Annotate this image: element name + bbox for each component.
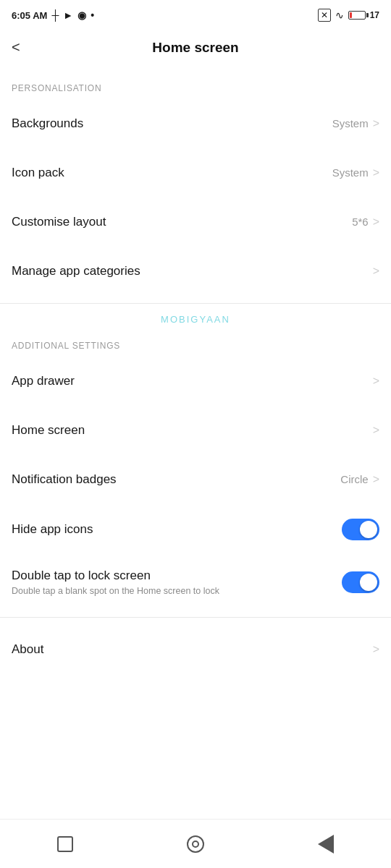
screen-icon: ✕: [318, 9, 331, 22]
watermark: MOBIGYAAN: [0, 311, 391, 328]
row-left-home-screen: Home screen: [12, 423, 85, 438]
wifi-icon: ∿: [335, 9, 344, 21]
row-title-manage-app-categories: Manage app categories: [12, 264, 140, 278]
row-title-customise-layout: Customise layout: [12, 215, 106, 229]
row-right-double-tap-lock: [342, 571, 379, 593]
shield-icon: ◉: [77, 9, 86, 21]
row-title-backgrounds: Backgrounds: [12, 116, 83, 131]
location-icon: ►: [63, 9, 73, 21]
chevron-icon-notification-badges: >: [373, 473, 379, 486]
chevron-icon-home-screen: >: [373, 424, 379, 437]
row-title-app-drawer: App drawer: [12, 374, 75, 388]
content-area: PERSONALISATION Backgrounds System > Ico…: [0, 70, 391, 732]
settings-row-hide-app-icons[interactable]: Hide app icons: [0, 504, 391, 556]
page-title: Home screen: [152, 40, 238, 56]
battery-level: 17: [370, 10, 379, 20]
hide-app-icons-toggle[interactable]: [342, 519, 379, 540]
chevron-icon-app-drawer: >: [373, 375, 379, 388]
row-title-home-screen: Home screen: [12, 423, 85, 438]
chevron-icon-manage-app-categories: >: [373, 265, 379, 278]
row-left-backgrounds: Backgrounds: [12, 116, 83, 131]
divider-2: [0, 617, 391, 618]
settings-row-home-screen[interactable]: Home screen >: [0, 406, 391, 455]
top-nav: < Home screen: [0, 29, 391, 66]
status-bar: 6:05 AM ┼ ► ◉ • ✕ ∿ 17: [0, 0, 391, 29]
row-right-manage-app-categories: >: [373, 265, 379, 278]
row-title-notification-badges: Notification badges: [12, 472, 117, 487]
backgrounds-value: System: [332, 117, 369, 129]
row-title-icon-pack: Icon pack: [12, 166, 64, 180]
circle-home-icon: [187, 835, 204, 853]
nav-back-button[interactable]: [43, 830, 87, 859]
row-right-app-drawer: >: [373, 375, 379, 388]
row-right-hide-app-icons: [342, 519, 379, 540]
row-left-about: About: [12, 642, 43, 657]
row-left-double-tap-lock: Double tap to lock screen Double tap a b…: [12, 569, 342, 596]
battery-icon: [348, 11, 366, 20]
row-title-about: About: [12, 642, 43, 657]
row-left-hide-app-icons: Hide app icons: [12, 522, 93, 537]
row-left-manage-app-categories: Manage app categories: [12, 264, 140, 278]
settings-row-icon-pack[interactable]: Icon pack System >: [0, 148, 391, 197]
bottom-nav: [0, 819, 391, 868]
nav-recents-button[interactable]: [304, 830, 348, 859]
row-right-about: >: [373, 643, 379, 656]
settings-row-double-tap-lock[interactable]: Double tap to lock screen Double tap a b…: [0, 556, 391, 610]
settings-row-backgrounds[interactable]: Backgrounds System >: [0, 99, 391, 148]
settings-row-manage-app-categories[interactable]: Manage app categories >: [0, 247, 391, 296]
time-display: 6:05 AM: [12, 10, 47, 21]
row-left-notification-badges: Notification badges: [12, 472, 117, 487]
row-right-home-screen: >: [373, 424, 379, 437]
chevron-icon-about: >: [373, 643, 379, 656]
row-right-icon-pack: System >: [332, 166, 379, 179]
icon-pack-value: System: [332, 166, 369, 179]
section-label-additional: ADDITIONAL SETTINGS: [0, 328, 391, 357]
notification-badges-value: Circle: [340, 473, 368, 485]
customise-layout-value: 5*6: [352, 216, 369, 228]
double-tap-lock-toggle[interactable]: [342, 571, 379, 593]
back-button[interactable]: <: [12, 36, 26, 59]
chevron-icon-backgrounds: >: [373, 117, 379, 130]
mail-icon: ┼: [51, 9, 59, 21]
settings-row-notification-badges[interactable]: Notification badges Circle >: [0, 455, 391, 504]
section-label-personalisation: PERSONALISATION: [0, 70, 391, 99]
triangle-icon: [318, 835, 334, 854]
settings-row-about[interactable]: About >: [0, 625, 391, 674]
row-left-customise-layout: Customise layout: [12, 215, 106, 229]
row-right-backgrounds: System >: [332, 117, 379, 130]
dot-icon: •: [91, 9, 94, 21]
chevron-icon-icon-pack: >: [373, 166, 379, 179]
row-right-customise-layout: 5*6 >: [352, 216, 379, 229]
divider-1: [0, 303, 391, 304]
square-icon: [57, 836, 73, 852]
chevron-icon-customise-layout: >: [373, 216, 379, 229]
row-title-hide-app-icons: Hide app icons: [12, 522, 93, 537]
settings-row-app-drawer[interactable]: App drawer >: [0, 357, 391, 406]
row-title-double-tap-lock: Double tap to lock screen: [12, 569, 330, 583]
row-left-icon-pack: Icon pack: [12, 166, 64, 180]
status-left: 6:05 AM ┼ ► ◉ •: [12, 9, 94, 21]
settings-row-customise-layout[interactable]: Customise layout 5*6 >: [0, 197, 391, 247]
row-right-notification-badges: Circle >: [340, 473, 379, 486]
nav-home-button[interactable]: [174, 830, 217, 859]
row-left-app-drawer: App drawer: [12, 374, 75, 388]
row-subtitle-double-tap-lock: Double tap a blank spot on the Home scre…: [12, 586, 330, 596]
status-right: ✕ ∿ 17: [318, 9, 379, 22]
circle-inner-icon: [192, 841, 199, 848]
